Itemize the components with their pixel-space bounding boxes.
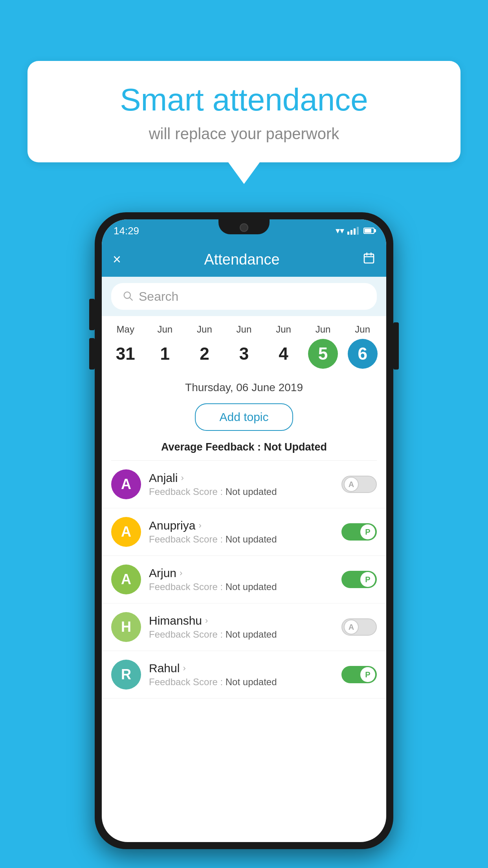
avg-feedback-label: Average Feedback : bbox=[161, 441, 264, 453]
chevron-icon-1: › bbox=[198, 520, 201, 531]
calendar-day-2[interactable]: Jun2 bbox=[187, 324, 222, 369]
cal-date-4: 4 bbox=[269, 339, 299, 369]
toggle-wrap-1: P bbox=[341, 523, 377, 541]
cal-date-1: 1 bbox=[150, 339, 180, 369]
toggle-knob-2: P bbox=[360, 572, 375, 587]
toggle-wrap-0: A bbox=[341, 476, 377, 493]
attendance-toggle-3[interactable]: A bbox=[341, 618, 377, 636]
selected-date-section: Thursday, 06 June 2019 bbox=[102, 375, 386, 398]
cal-month-5: Jun bbox=[316, 324, 331, 335]
average-feedback: Average Feedback : Not Updated bbox=[102, 438, 386, 460]
cal-month-0: May bbox=[117, 324, 134, 335]
phone-outer: 14:29 ▾▾ bbox=[95, 212, 393, 849]
search-bar[interactable]: Search bbox=[111, 283, 377, 310]
attendance-toggle-2[interactable]: P bbox=[341, 571, 377, 588]
chevron-icon-3: › bbox=[205, 616, 208, 626]
svg-line-5 bbox=[130, 298, 132, 300]
student-name-0[interactable]: Anjali › bbox=[149, 471, 334, 485]
student-name-3[interactable]: Himanshu › bbox=[149, 614, 334, 627]
power-button bbox=[393, 322, 399, 370]
volume-down-button bbox=[89, 338, 95, 370]
student-item-2: AArjun ›Feedback Score : Not updatedP bbox=[102, 556, 386, 603]
student-item-0: AAnjali ›Feedback Score : Not updatedA bbox=[102, 461, 386, 508]
calendar-day-1[interactable]: Jun1 bbox=[147, 324, 183, 369]
student-name-1[interactable]: Anupriya › bbox=[149, 519, 334, 532]
cal-date-2: 2 bbox=[189, 339, 219, 369]
calendar-day-4[interactable]: Jun4 bbox=[266, 324, 301, 369]
student-info-3: Himanshu ›Feedback Score : Not updated bbox=[149, 614, 334, 640]
app-title: Attendance bbox=[121, 251, 363, 268]
student-feedback-1: Feedback Score : Not updated bbox=[149, 534, 334, 545]
toggle-knob-3: A bbox=[344, 620, 359, 634]
student-info-1: Anupriya ›Feedback Score : Not updated bbox=[149, 519, 334, 545]
chevron-icon-0: › bbox=[181, 473, 183, 483]
speech-bubble-arrow bbox=[228, 162, 260, 184]
calendar-icon[interactable] bbox=[363, 252, 375, 267]
cal-date-5: 5 bbox=[308, 339, 338, 369]
svg-rect-0 bbox=[364, 254, 374, 263]
add-topic-section: Add topic bbox=[102, 398, 386, 438]
speech-bubble-title: Smart attendance bbox=[51, 83, 437, 117]
status-time: 14:29 bbox=[114, 225, 139, 237]
wifi-icon: ▾▾ bbox=[336, 226, 344, 236]
student-avatar-3: H bbox=[111, 612, 141, 642]
toggle-wrap-3: A bbox=[341, 618, 377, 636]
student-feedback-2: Feedback Score : Not updated bbox=[149, 581, 334, 592]
phone-notch bbox=[218, 219, 270, 234]
cal-month-3: Jun bbox=[237, 324, 252, 335]
calendar-day-6[interactable]: Jun6 bbox=[345, 324, 380, 369]
attendance-toggle-4[interactable]: P bbox=[341, 666, 377, 683]
cal-month-4: Jun bbox=[276, 324, 291, 335]
phone-mockup: 14:29 ▾▾ bbox=[95, 212, 393, 849]
student-item-1: AAnupriya ›Feedback Score : Not updatedP bbox=[102, 508, 386, 556]
calendar-day-0[interactable]: May31 bbox=[108, 324, 143, 369]
speech-bubble-subtitle: will replace your paperwork bbox=[51, 125, 437, 143]
student-info-4: Rahul ›Feedback Score : Not updated bbox=[149, 662, 334, 688]
search-placeholder: Search bbox=[139, 289, 178, 304]
cal-date-0: 31 bbox=[110, 339, 140, 369]
student-info-2: Arjun ›Feedback Score : Not updated bbox=[149, 566, 334, 592]
cal-date-6: 6 bbox=[348, 339, 378, 369]
volume-up-button bbox=[89, 299, 95, 330]
status-icons: ▾▾ bbox=[336, 226, 374, 236]
student-avatar-1: A bbox=[111, 517, 141, 547]
toggle-knob-4: P bbox=[360, 667, 375, 682]
signal-icon bbox=[347, 227, 359, 235]
cal-date-3: 3 bbox=[229, 339, 259, 369]
attendance-toggle-1[interactable]: P bbox=[341, 523, 377, 541]
phone-camera bbox=[240, 223, 248, 232]
student-feedback-3: Feedback Score : Not updated bbox=[149, 629, 334, 640]
student-item-4: RRahul ›Feedback Score : Not updatedP bbox=[102, 651, 386, 699]
cal-month-6: Jun bbox=[355, 324, 370, 335]
calendar-strip: May31Jun1Jun2Jun3Jun4Jun5Jun6 bbox=[102, 316, 386, 375]
chevron-icon-4: › bbox=[183, 663, 185, 673]
close-button[interactable]: × bbox=[113, 251, 121, 268]
toggle-wrap-4: P bbox=[341, 666, 377, 683]
student-avatar-0: A bbox=[111, 469, 141, 499]
phone-screen: 14:29 ▾▾ bbox=[102, 219, 386, 842]
calendar-day-3[interactable]: Jun3 bbox=[226, 324, 262, 369]
search-icon bbox=[122, 290, 133, 303]
student-name-4[interactable]: Rahul › bbox=[149, 662, 334, 675]
toggle-knob-0: A bbox=[344, 477, 359, 492]
calendar-day-5[interactable]: Jun5 bbox=[305, 324, 341, 369]
search-section: Search bbox=[102, 277, 386, 316]
toggle-wrap-2: P bbox=[341, 571, 377, 588]
speech-bubble-section: Smart attendance will replace your paper… bbox=[28, 61, 460, 184]
app-header: × Attendance bbox=[102, 242, 386, 277]
student-avatar-2: A bbox=[111, 565, 141, 594]
battery-icon bbox=[363, 228, 374, 234]
avg-feedback-value: Not Updated bbox=[264, 441, 327, 453]
student-info-0: Anjali ›Feedback Score : Not updated bbox=[149, 471, 334, 497]
attendance-toggle-0[interactable]: A bbox=[341, 476, 377, 493]
add-topic-button[interactable]: Add topic bbox=[195, 403, 293, 431]
cal-month-2: Jun bbox=[197, 324, 212, 335]
chevron-icon-2: › bbox=[180, 568, 182, 578]
student-name-2[interactable]: Arjun › bbox=[149, 566, 334, 580]
student-avatar-4: R bbox=[111, 660, 141, 690]
toggle-knob-1: P bbox=[360, 524, 375, 539]
speech-bubble: Smart attendance will replace your paper… bbox=[28, 61, 460, 162]
student-feedback-0: Feedback Score : Not updated bbox=[149, 486, 334, 497]
selected-date: Thursday, 06 June 2019 bbox=[102, 381, 386, 394]
student-item-3: HHimanshu ›Feedback Score : Not updatedA bbox=[102, 603, 386, 651]
